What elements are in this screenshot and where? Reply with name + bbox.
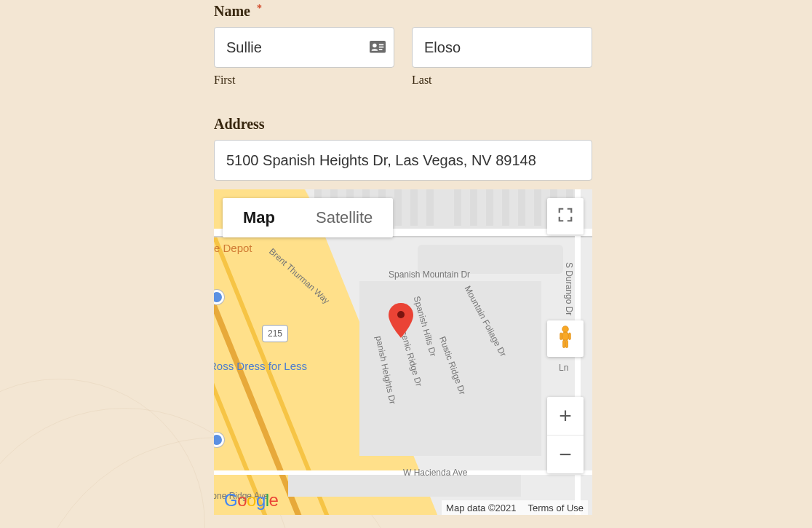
required-marker: * <box>257 3 262 14</box>
map-block <box>288 475 521 497</box>
map-footer: Map data ©2021 Terms of Use <box>442 500 588 515</box>
pegman-icon <box>555 325 576 352</box>
pegman-button[interactable] <box>547 320 584 357</box>
svg-rect-11 <box>569 333 571 339</box>
street-label: W Hacienda Ave <box>403 468 468 478</box>
last-name-sublabel: Last <box>412 74 592 87</box>
google-logo: Google <box>224 490 278 511</box>
first-name-sublabel: First <box>214 74 394 87</box>
fullscreen-icon <box>557 207 573 226</box>
map-type-satellite[interactable]: Satellite <box>295 198 393 237</box>
svg-rect-7 <box>562 332 569 340</box>
terms-link[interactable]: Terms of Use <box>528 503 584 513</box>
highway-shield: 215 <box>262 325 288 342</box>
street-label: Ln <box>559 363 568 373</box>
svg-point-6 <box>562 326 569 333</box>
svg-point-5 <box>397 311 405 318</box>
svg-rect-2 <box>379 44 383 46</box>
google-logo-letter: g <box>256 490 266 510</box>
zoom-in-button[interactable]: + <box>547 397 584 435</box>
map-type-map[interactable]: Map <box>223 198 295 237</box>
svg-rect-10 <box>560 333 562 339</box>
google-logo-letter: o <box>237 490 247 510</box>
last-name-input[interactable] <box>412 27 592 68</box>
map-marker-icon[interactable] <box>389 303 413 338</box>
poi-label: Ross Dress for Less <box>214 360 307 372</box>
google-logo-letter: e <box>269 490 279 510</box>
google-logo-letter: o <box>247 490 256 510</box>
poi-label: e Depot <box>214 242 252 254</box>
zoom-control: + − <box>547 397 584 473</box>
first-name-input[interactable] <box>214 27 394 68</box>
svg-point-1 <box>373 44 377 47</box>
map-data-text: Map data ©2021 <box>446 503 516 513</box>
street-label: Spanish Mountain Dr <box>389 269 470 280</box>
svg-rect-9 <box>565 340 568 347</box>
svg-rect-4 <box>379 49 383 50</box>
map-type-control: Map Satellite <box>223 198 393 237</box>
name-label-text: Name <box>214 3 250 19</box>
street-label: S Durango Dr <box>564 262 574 315</box>
bg-contour <box>0 379 205 528</box>
form: Name * <box>214 3 592 515</box>
map[interactable]: Brent Thurman Way Spanish Mountain Dr Sp… <box>214 189 592 515</box>
name-fields: First Last <box>214 27 592 87</box>
name-label: Name * <box>214 3 592 20</box>
contact-card-icon <box>370 41 386 54</box>
google-logo-letter: G <box>224 490 237 510</box>
svg-rect-3 <box>379 47 383 48</box>
address-input[interactable] <box>214 140 592 181</box>
svg-rect-8 <box>563 340 565 347</box>
zoom-out-button[interactable]: − <box>547 436 584 473</box>
address-label: Address <box>214 116 592 133</box>
fullscreen-button[interactable] <box>547 198 584 235</box>
